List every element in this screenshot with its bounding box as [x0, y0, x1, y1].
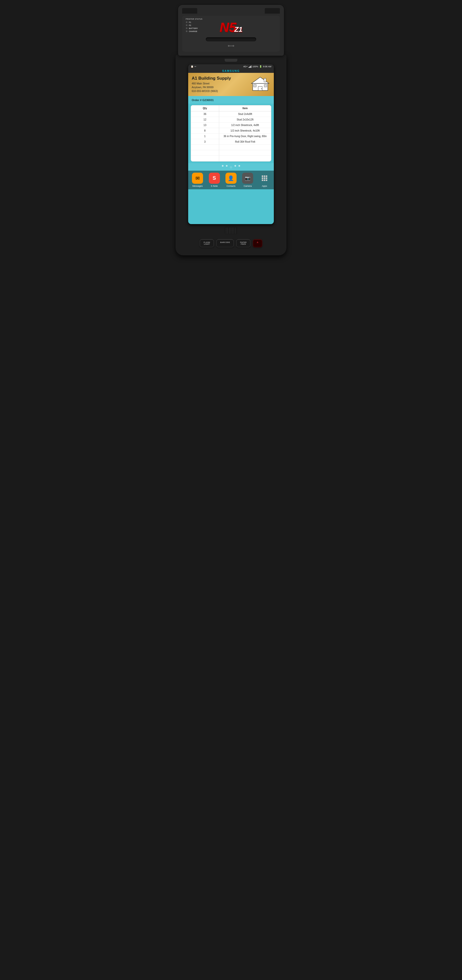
- app-messages[interactable]: ✉ Messages: [192, 173, 203, 187]
- brand-name: SAMSUNG: [222, 69, 240, 72]
- printer-status-panel: PRINTER STATUS F1 F2 BATTERY CHARGE: [186, 18, 203, 32]
- cell-qty-5: 3: [191, 139, 219, 145]
- alert-button[interactable]: ⚠: [253, 239, 262, 247]
- battery-percent: 100%: [252, 65, 258, 68]
- nav-dot-1[interactable]: [222, 165, 224, 167]
- nsp-indicator: 📋: [191, 65, 194, 68]
- network-type: 4G+: [243, 65, 248, 68]
- app-contacts[interactable]: 👤 Contacts: [225, 173, 237, 187]
- bumper-right: [265, 8, 280, 14]
- label-charge: CHARGE: [189, 30, 197, 32]
- led-f1: [186, 21, 188, 23]
- cell-qty-6: [191, 145, 219, 150]
- cell-qty-4: 1: [191, 134, 219, 139]
- samsung-header: SAMSUNG: [188, 69, 274, 73]
- order-section: Order # G236931: [188, 96, 274, 103]
- app-dock: ✉ Messages S S Note 👤 Cont: [188, 171, 274, 189]
- status-f1: F1: [186, 21, 203, 23]
- app-icon-camera: 📷: [242, 173, 253, 184]
- status-bar-left: 📋 ✏: [191, 65, 197, 68]
- app-icon-messages: ✉: [192, 173, 203, 184]
- speaker-grille: [225, 227, 237, 234]
- cell-qty-7: [191, 150, 219, 156]
- app-icon-apps: [259, 173, 270, 184]
- svg-point-3: [261, 89, 262, 89]
- app-icon-snote: S: [209, 173, 220, 184]
- barcode-button[interactable]: BARCODE: [216, 239, 234, 247]
- signal-bar-4: [251, 65, 251, 68]
- app-label-camera: Camera: [244, 185, 252, 187]
- signal-bar-1: [249, 67, 249, 68]
- table-row: 3Roll 30# Roof Felt: [191, 139, 271, 145]
- address-line1: 460 Main Street: [192, 82, 210, 85]
- table-row: [191, 156, 271, 161]
- nav-dots: ⌂: [188, 163, 274, 171]
- table-row: [191, 150, 271, 156]
- cell-item-7: [219, 150, 271, 156]
- led-charge: [186, 30, 188, 32]
- cell-item-1: Stud 2x10x12ft: [219, 117, 271, 123]
- bottom-buttons: FLASH LIGHT BARCODE PAPER FEED ⚠: [179, 236, 283, 250]
- app-apps[interactable]: Apps: [259, 173, 270, 187]
- nav-dot-3[interactable]: [235, 165, 236, 167]
- signal-bar-2: [249, 67, 250, 68]
- house-icon: [250, 76, 270, 91]
- cell-qty-1: 12: [191, 117, 219, 123]
- status-bar: 📋 ✏ 4G+ 100% 🔋 9:06 AM: [188, 64, 274, 69]
- cell-item-8: [219, 156, 271, 161]
- label-f1: F1: [189, 21, 191, 23]
- screen-content: A1 Building Supply 460 Main Street Anyto…: [188, 73, 274, 224]
- app-icon-contacts: 👤: [225, 173, 237, 184]
- edit-indicator: ✏: [194, 65, 197, 68]
- app-camera[interactable]: 📷 Camera: [242, 173, 253, 187]
- table-row: [191, 145, 271, 150]
- table-row: 12Stud 2x10x12ft: [191, 117, 271, 123]
- printer-logo-sub: Z1: [234, 25, 243, 33]
- paper-feed-button[interactable]: PAPER FEED: [236, 239, 251, 247]
- order-table-wrapper: Qty Item 36Stud 2x4x8ft12Stud 2x10x12ft1…: [191, 105, 271, 162]
- led-f2: [186, 24, 188, 26]
- status-f2: F2: [186, 24, 203, 26]
- table-header-row: Qty Item: [191, 105, 271, 111]
- nav-dot-2[interactable]: [226, 165, 227, 167]
- cell-qty-2: 13: [191, 123, 219, 128]
- table-row: 81/2 inch Sheetrock, 4x10ft: [191, 128, 271, 134]
- label-f2: F2: [189, 24, 191, 26]
- business-logo: [250, 76, 270, 92]
- label-battery: BATTERY: [189, 27, 198, 29]
- led-battery: [186, 27, 188, 29]
- business-phone: 610-555-WOOD (9663): [192, 90, 218, 92]
- status-bar-right: 4G+ 100% 🔋 9:06 AM: [243, 65, 271, 68]
- col-header-qty: Qty: [191, 105, 219, 111]
- cell-item-5: Roll 30# Roof Felt: [219, 139, 271, 145]
- order-label: Order #: [192, 99, 202, 102]
- holder-top-clip: [225, 59, 237, 62]
- app-label-messages: Messages: [192, 185, 203, 187]
- cell-item-6: [219, 145, 271, 150]
- business-info: A1 Building Supply 460 Main Street Anyto…: [192, 76, 248, 93]
- cell-item-4: 36 in Pre-hung Door, Right swing, 80in: [219, 134, 271, 139]
- nav-home-button[interactable]: ⌂: [230, 165, 232, 169]
- business-address: 460 Main Street Anytown, PA 99999 610-55…: [192, 82, 248, 93]
- app-label-contacts: Contacts: [227, 185, 235, 187]
- cell-item-2: 1/2 inch Sheetrock, 4x8ft: [219, 123, 271, 128]
- table-row: 36Stud 2x4x8ft: [191, 111, 271, 117]
- bumper-left: [182, 8, 197, 14]
- nav-dot-4[interactable]: [238, 165, 240, 167]
- printer-body: PRINTER STATUS F1 F2 BATTERY CHARGE: [182, 16, 280, 52]
- battery-icon: 🔋: [259, 65, 262, 68]
- cell-qty-3: 8: [191, 128, 219, 134]
- svg-marker-1: [251, 77, 269, 83]
- table-row: 136 in Pre-hung Door, Right swing, 80in: [191, 134, 271, 139]
- order-table: Qty Item 36Stud 2x4x8ft12Stud 2x10x12ft1…: [191, 105, 271, 161]
- printer-unit: PRINTER STATUS F1 F2 BATTERY CHARGE: [178, 5, 284, 56]
- col-header-item: Item: [219, 105, 271, 111]
- cell-qty-0: 36: [191, 111, 219, 117]
- app-label-apps: Apps: [262, 185, 267, 187]
- business-header: A1 Building Supply 460 Main Street Anyto…: [188, 73, 274, 96]
- flashlight-button[interactable]: FLASH LIGHT: [200, 239, 214, 247]
- phone: 📋 ✏ 4G+ 100% 🔋 9:06 AM: [188, 64, 274, 224]
- feed-arrows: ⇐⇒: [185, 43, 277, 48]
- app-snote[interactable]: S S Note: [209, 173, 220, 187]
- printer-logo: N5Z1: [219, 21, 242, 34]
